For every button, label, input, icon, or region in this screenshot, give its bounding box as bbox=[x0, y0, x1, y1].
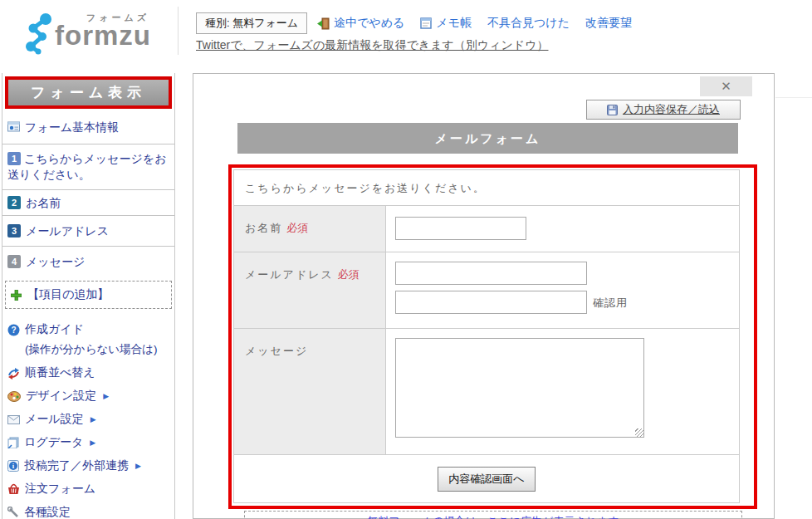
form-type-value: 無料フォーム bbox=[232, 17, 298, 29]
name-field-label: お名前 bbox=[245, 222, 282, 234]
ad-notice-box: 無料フォームの場合は、ここに広告が表示されます bbox=[244, 511, 742, 519]
sidebar-item-log-data[interactable]: ログデータ ▶ bbox=[2, 430, 174, 453]
bug-report-link[interactable]: 不具合見つけた bbox=[487, 16, 570, 31]
sidebar-item-mail-settings[interactable]: メール設定 ▶ bbox=[2, 407, 174, 430]
message-field-cell bbox=[387, 329, 739, 454]
sidebar-various-settings-label: 各種設定 bbox=[24, 505, 71, 519]
tab-form-display-active[interactable]: フォーム表示 bbox=[5, 76, 172, 109]
quit-link[interactable]: 途中でやめる bbox=[317, 16, 404, 31]
field-1-number-badge: 1 bbox=[7, 152, 21, 165]
message-field-label: メッセージ bbox=[245, 345, 308, 357]
form-highlight-area: こちらからメッセージをお送りください。 お名前必須 メールアドレス必須 bbox=[228, 164, 757, 509]
form-table: こちらからメッセージをお送りください。 お名前必須 メールアドレス必須 bbox=[233, 169, 740, 503]
form-type-label: 種別: bbox=[205, 17, 230, 29]
email-field-cell: 確認用 bbox=[387, 252, 739, 328]
name-input[interactable] bbox=[395, 217, 526, 240]
info-icon: i bbox=[7, 460, 19, 472]
sidebar-item-post-complete[interactable]: i 投稿完了／外部連携 ▶ bbox=[2, 453, 174, 477]
email-field-row: メールアドレス必須 確認用 bbox=[234, 252, 739, 329]
form-preview-panel: ✕ 入力内容保存／読込 メールフォーム こちらからメッセージをお送りください。 … bbox=[193, 73, 775, 519]
email-field-label-cell: メールアドレス必須 bbox=[234, 252, 386, 328]
form-description-row: こちらからメッセージをお送りください。 bbox=[234, 170, 739, 206]
save-load-label: 入力内容保存／読込 bbox=[623, 102, 720, 117]
message-field-label-cell: メッセージ bbox=[234, 329, 386, 454]
sidebar-field-4-label: メッセージ bbox=[26, 254, 85, 270]
formzu-logo[interactable]: フォームズ formzu bbox=[17, 7, 166, 60]
sidebar-reorder-label: 順番並べ替え bbox=[25, 365, 95, 380]
chevron-right-icon: ▶ bbox=[90, 415, 96, 424]
textarea-resize-handle[interactable] bbox=[635, 428, 643, 437]
confirm-submit-button[interactable]: 内容確認画面へ bbox=[438, 467, 535, 492]
notepad-icon bbox=[420, 17, 432, 29]
required-badge: 必須 bbox=[286, 222, 308, 234]
form-info-icon bbox=[7, 121, 20, 133]
bug-report-label: 不具合見つけた bbox=[487, 16, 570, 31]
sidebar-field-2[interactable]: 2 お名前 bbox=[2, 190, 174, 216]
help-icon: ? bbox=[7, 324, 20, 336]
sidebar-design-label: デザイン設定 bbox=[26, 389, 96, 404]
field-4-number-badge: 4 bbox=[7, 255, 21, 268]
required-badge: 必須 bbox=[338, 268, 360, 281]
formzu-logo-icon bbox=[23, 12, 56, 55]
log-pages-icon bbox=[7, 437, 19, 448]
sidebar-mail-label: メール設定 bbox=[25, 412, 84, 427]
improvement-request-link[interactable]: 改善要望 bbox=[585, 16, 632, 31]
basket-icon bbox=[7, 483, 20, 495]
memo-link[interactable]: メモ帳 bbox=[420, 16, 472, 31]
sidebar-basic-info-label: フォーム基本情報 bbox=[25, 120, 119, 135]
email-input[interactable] bbox=[395, 262, 587, 285]
sidebar-field-4[interactable]: 4 メッセージ bbox=[2, 247, 174, 275]
name-field-row: お名前必須 bbox=[234, 206, 739, 252]
wrench-icon bbox=[7, 507, 19, 518]
form-type-box: 種別: 無料フォーム bbox=[196, 12, 307, 34]
twitter-news-link[interactable]: Twitterで、フォームズの最新情報を取得できます（別ウィンドウ） bbox=[196, 38, 548, 53]
sidebar-post-complete-label: 投稿完了／外部連携 bbox=[24, 458, 129, 473]
sidebar-log-label: ログデータ bbox=[24, 435, 83, 450]
sidebar-item-design-settings[interactable]: デザイン設定 ▶ bbox=[2, 384, 174, 407]
memo-link-label: メモ帳 bbox=[436, 16, 472, 31]
sidebar-item-order-form[interactable]: 注文フォーム bbox=[2, 477, 174, 500]
save-load-button[interactable]: 入力内容保存／読込 bbox=[586, 100, 741, 120]
background-divider bbox=[775, 97, 812, 98]
sidebar-item-guide[interactable]: ? 作成ガイド bbox=[2, 314, 174, 340]
sidebar-guide-subtext[interactable]: (操作が分からない場合は) bbox=[2, 340, 174, 360]
sort-icon bbox=[7, 367, 20, 379]
plus-icon bbox=[11, 290, 22, 301]
sidebar-item-reorder[interactable]: 順番並べ替え bbox=[2, 360, 174, 384]
logo-wordmark: formzu bbox=[55, 20, 151, 51]
close-button[interactable]: ✕ bbox=[700, 76, 752, 96]
message-field-row: メッセージ bbox=[234, 329, 739, 455]
page: フォームズ formzu 種別: 無料フォーム 途中でやめる メモ帳 不具 bbox=[0, 0, 812, 519]
add-item-button[interactable]: 【項目の追加】 bbox=[5, 281, 172, 309]
sidebar-field-2-label: お名前 bbox=[26, 195, 61, 211]
name-field-label-cell: お名前必須 bbox=[234, 206, 386, 252]
email-confirm-note: 確認用 bbox=[593, 296, 628, 311]
sidebar-field-3-label: メールアドレス bbox=[26, 223, 109, 239]
sidebar-field-1-label: こちらからメッセージをお送りください。 bbox=[7, 152, 167, 181]
sidebar-order-form-label: 注文フォーム bbox=[25, 482, 95, 497]
floppy-disk-icon bbox=[607, 105, 618, 115]
name-field-cell bbox=[387, 206, 739, 252]
exit-door-icon bbox=[317, 17, 330, 30]
sidebar-item-various-settings[interactable]: 各種設定 bbox=[2, 500, 174, 519]
mail-icon bbox=[7, 415, 20, 424]
header-divider bbox=[178, 7, 179, 55]
add-item-label: 【項目の追加】 bbox=[27, 287, 109, 302]
sidebar-field-1[interactable]: 1 こちらからメッセージをお送りください。 bbox=[2, 144, 174, 190]
sidebar-item-basic-info[interactable]: フォーム基本情報 bbox=[2, 109, 174, 144]
sidebar-guide-label: 作成ガイド bbox=[25, 322, 84, 337]
chevron-right-icon: ▶ bbox=[90, 438, 95, 447]
email-confirm-input[interactable] bbox=[395, 291, 587, 314]
message-textarea[interactable] bbox=[395, 338, 644, 438]
chevron-right-icon: ▶ bbox=[103, 392, 109, 400]
form-title-bar: メールフォーム bbox=[237, 123, 738, 154]
palette-icon bbox=[7, 391, 21, 402]
top-menu: 途中でやめる メモ帳 不具合見つけた 改善要望 bbox=[317, 12, 632, 34]
quit-link-label: 途中でやめる bbox=[334, 16, 404, 31]
sidebar: フォーム表示 フォーム基本情報 1 こちらからメッセージをお送りください。 2 … bbox=[2, 73, 175, 519]
sidebar-field-3[interactable]: 3 メールアドレス bbox=[2, 216, 174, 247]
svg-text:?: ? bbox=[11, 326, 16, 335]
chevron-right-icon: ▶ bbox=[135, 462, 141, 470]
field-2-number-badge: 2 bbox=[7, 196, 21, 209]
submit-row: 内容確認画面へ bbox=[234, 455, 739, 502]
